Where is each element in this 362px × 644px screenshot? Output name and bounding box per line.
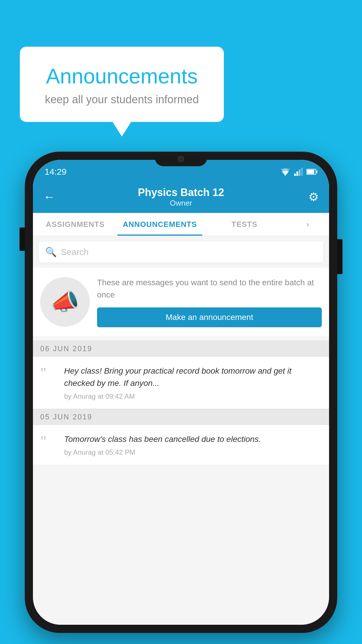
settings-button[interactable]: ⚙ bbox=[308, 190, 319, 204]
battery-icon bbox=[306, 169, 317, 175]
tab-tests[interactable]: TESTS bbox=[202, 213, 287, 236]
announcement-cta: 📣 These are messages you want to send to… bbox=[33, 268, 329, 336]
phone-notch bbox=[155, 152, 207, 166]
quote-icon-1: " bbox=[40, 367, 58, 379]
megaphone-circle: 📣 bbox=[40, 277, 90, 327]
search-icon: 🔍 bbox=[45, 246, 57, 258]
svg-rect-5 bbox=[299, 169, 301, 176]
cta-right: These are messages you want to send to t… bbox=[97, 276, 322, 327]
announcement-text-2: Tomorrow's class has been cancelled due … bbox=[64, 433, 322, 445]
app-bar: ← Physics Batch 12 Owner ⚙ bbox=[33, 181, 329, 213]
quote-icon-2: " bbox=[40, 435, 58, 448]
status-icons bbox=[280, 168, 317, 176]
tab-assignments[interactable]: ASSIGNMENTS bbox=[33, 213, 117, 236]
speech-bubble-container: Announcements keep all your students inf… bbox=[20, 47, 224, 122]
speech-bubble-title: Announcements bbox=[34, 64, 209, 88]
content-area: 🔍 Search 📣 These are messages you want t… bbox=[33, 236, 329, 625]
app-bar-title: Physics Batch 12 bbox=[138, 186, 224, 199]
announcement-content-2: Tomorrow's class has been cancelled due … bbox=[64, 433, 322, 456]
speech-bubble: Announcements keep all your students inf… bbox=[20, 47, 224, 122]
date-separator-1: 06 JUN 2019 bbox=[33, 341, 329, 357]
announcement-meta-2: by Anurag at 05:42 PM bbox=[64, 448, 322, 456]
phone-camera bbox=[178, 156, 184, 162]
signal-icon bbox=[294, 168, 303, 176]
cta-description: These are messages you want to send to t… bbox=[97, 276, 322, 301]
svg-rect-4 bbox=[296, 172, 298, 176]
phone-outer: 14:29 bbox=[25, 152, 337, 633]
search-bar[interactable]: 🔍 Search bbox=[39, 242, 323, 262]
wifi-icon bbox=[280, 168, 291, 176]
app-bar-title-section: Physics Batch 12 Owner bbox=[138, 186, 224, 208]
tabs-bar: ASSIGNMENTS ANNOUNCEMENTS TESTS › bbox=[33, 213, 329, 236]
tab-announcements[interactable]: ANNOUNCEMENTS bbox=[117, 213, 202, 236]
make-announcement-button[interactable]: Make an announcement bbox=[97, 307, 322, 327]
tab-more[interactable]: › bbox=[287, 213, 329, 236]
svg-rect-3 bbox=[294, 174, 296, 176]
speech-bubble-subtitle: keep all your students informed bbox=[34, 93, 209, 106]
phone-screen: 14:29 bbox=[33, 160, 329, 625]
announcement-item-1[interactable]: " Hey class! Bring your practical record… bbox=[33, 357, 329, 409]
back-button[interactable]: ← bbox=[43, 191, 55, 203]
announcement-content-1: Hey class! Bring your practical record b… bbox=[64, 365, 322, 400]
svg-rect-8 bbox=[316, 171, 317, 173]
announcement-meta-1: by Anurag at 09:42 AM bbox=[64, 392, 322, 400]
svg-rect-9 bbox=[307, 170, 314, 174]
megaphone-icon: 📣 bbox=[50, 288, 80, 316]
date-separator-2: 05 JUN 2019 bbox=[33, 409, 329, 425]
svg-rect-6 bbox=[301, 168, 303, 176]
announcement-item-2[interactable]: " Tomorrow's class has been cancelled du… bbox=[33, 425, 329, 465]
search-placeholder: Search bbox=[61, 247, 89, 257]
phone-mockup: 14:29 bbox=[25, 152, 337, 633]
status-time: 14:29 bbox=[45, 167, 66, 177]
announcement-text-1: Hey class! Bring your practical record b… bbox=[64, 365, 322, 389]
app-bar-subtitle: Owner bbox=[138, 199, 224, 208]
